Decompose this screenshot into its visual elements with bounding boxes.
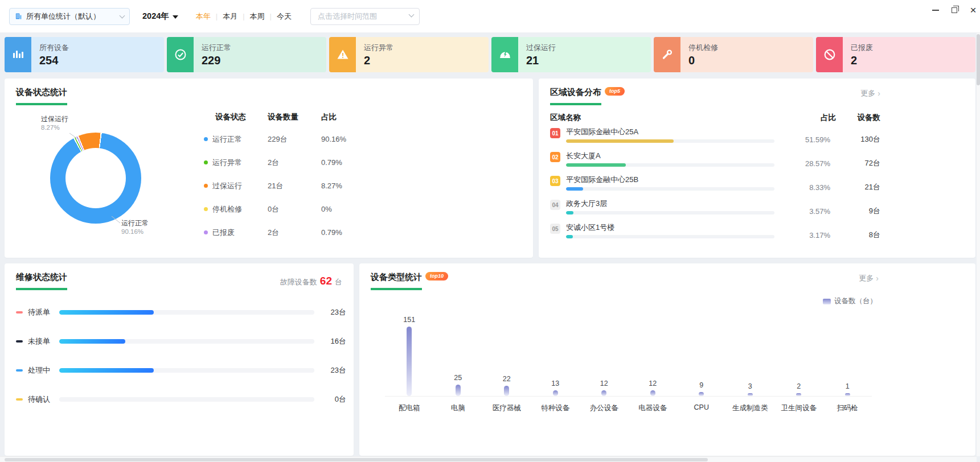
stat-card-6: 已报废2 (816, 37, 975, 72)
repair-list: 待派单23台未接单16台处理中23台待确认0台 (16, 298, 346, 414)
bar-track (566, 235, 774, 238)
date-range-input[interactable] (310, 8, 420, 25)
bar (553, 390, 558, 397)
rank-badge: 04 (550, 200, 560, 210)
status-count: 0台 (268, 204, 321, 214)
status-percent: 0% (321, 205, 369, 213)
stat-card-label: 运行异常 (364, 43, 393, 53)
stat-card-value: 254 (39, 54, 69, 67)
bar-value-label: 151 (403, 316, 415, 324)
status-dot (204, 207, 208, 211)
close-button[interactable]: × (968, 5, 978, 15)
horizontal-scrollbar-thumb[interactable] (5, 458, 708, 461)
repair-status-label: 未接单 (28, 336, 59, 346)
type-bar-group: 1 (823, 382, 872, 396)
device-status-table-body: 运行正常229台90.16%运行异常2台0.79%过保运行21台8.27%停机检… (204, 127, 369, 244)
region-table-headers: 区域名称 占比 设备数 (539, 105, 975, 123)
bar-category-label: 特种设备 (531, 397, 580, 413)
minimize-icon (932, 10, 939, 11)
bar-value-label: 2 (797, 382, 801, 390)
bar-track (566, 187, 774, 191)
chevron-down-icon (120, 13, 125, 18)
repair-status-panel: 维修状态统计 故障设备数 62 台 待派单23台未接单16台处理中23台待确认0… (5, 263, 354, 456)
ban-icon (816, 37, 843, 72)
stat-card-label: 运行正常 (202, 43, 231, 53)
bar-category-label: 扫码枪 (823, 397, 872, 413)
device-status-chart: 过保运行 8.27% 运行正常 90.16% (22, 108, 204, 250)
time-tab-2[interactable]: 本月 (218, 11, 243, 22)
status-percent: 0.79% (321, 158, 369, 167)
type-bar-group: 12 (629, 380, 678, 396)
bar-track (566, 163, 774, 167)
stat-card-2: 运行正常229 (167, 37, 326, 72)
device-status-panel: 设备状态统计 过保运行 8.27% 运行正常 90.16% 设备状态 设备数量 … (5, 79, 533, 258)
bar-value-label: 12 (649, 380, 657, 387)
type-bars-row: 15125221312129321 (385, 311, 872, 397)
bar-category-label: 电脑 (434, 397, 483, 413)
chevron-right-icon: › (878, 89, 880, 98)
bar-track (566, 139, 774, 143)
stat-card-value: 21 (526, 54, 556, 67)
status-table-row: 停机检修0台0% (204, 197, 369, 221)
repair-count: 23台 (323, 365, 346, 376)
maximize-button[interactable] (949, 5, 960, 15)
rank-badge: 05 (550, 224, 560, 234)
type-more-link[interactable]: 更多 › (859, 273, 879, 283)
repair-status-label: 处理中 (28, 365, 59, 376)
rank-badge: 02 (550, 152, 560, 162)
bar (407, 327, 412, 396)
status-table-row: 运行正常229台90.16% (204, 127, 369, 151)
panel-title: 区域设备分布 (550, 87, 601, 105)
restore-icon (952, 7, 957, 13)
repair-count: 16台 (323, 336, 346, 346)
legend-dash-icon (16, 340, 23, 343)
status-label: 停机检修 (212, 204, 242, 214)
repair-row: 未接单16台 (16, 327, 346, 356)
region-row: 01平安国际金融中心25A51.59%130台 (539, 127, 975, 151)
bar (796, 393, 801, 396)
status-count: 21台 (268, 181, 321, 191)
time-tab-4[interactable]: 今天 (272, 11, 297, 22)
vertical-scrollbar[interactable] (977, 33, 980, 456)
region-distribution-panel: 区域设备分布 top5 更多 › 区域名称 占比 设备数 01平安国际金融中心2… (539, 79, 975, 258)
time-tab-3[interactable]: 本周 (245, 11, 270, 22)
status-table-row: 运行异常2台0.79% (204, 151, 369, 174)
stat-card-label: 过保运行 (526, 43, 556, 53)
region-name: 长安大厦A (566, 151, 774, 160)
legend-swatch-icon (823, 299, 831, 304)
minimize-button[interactable] (930, 5, 941, 15)
bar-fill (566, 139, 674, 143)
bar-value-label: 1 (846, 382, 850, 390)
wrench-icon (654, 37, 680, 72)
legend-dash-icon (16, 369, 23, 372)
type-bar-group: 3 (726, 382, 775, 396)
topbar: 所有单位统计（默认） 2024年 本年|本月|本周|今天 × (0, 0, 980, 33)
unit-selector[interactable]: 所有单位统计（默认） (9, 8, 130, 25)
region-name: 平安国际金融中心25A (566, 127, 774, 136)
stat-card-value: 229 (202, 54, 231, 67)
region-list: 01平安国际金融中心25A51.59%130台02长安大厦A28.57%72台0… (539, 127, 975, 247)
device-status-donut (50, 133, 141, 224)
type-bar-group: 13 (531, 380, 580, 397)
bar-fill (566, 211, 573, 214)
bar-value-label: 3 (748, 382, 752, 390)
bar-value-label: 22 (503, 375, 511, 383)
horizontal-scrollbar[interactable] (0, 456, 977, 462)
bar (748, 393, 753, 396)
status-dot (204, 160, 208, 164)
date-range-picker[interactable] (310, 8, 420, 25)
time-tab-1[interactable]: 本年 (191, 11, 216, 22)
top5-badge: top5 (605, 87, 625, 96)
region-percent: 28.57% (780, 159, 830, 168)
region-count: 8台 (836, 230, 880, 240)
year-selector[interactable]: 2024年 (142, 11, 178, 22)
repair-status-label: 待确认 (28, 394, 59, 405)
repair-row: 待派单23台 (16, 298, 346, 327)
vertical-scrollbar-thumb[interactable] (977, 34, 980, 85)
region-percent: 3.57% (780, 207, 830, 216)
panel-title: 设备类型统计 (371, 272, 422, 290)
status-count: 2台 (268, 158, 321, 168)
bar-track (59, 310, 314, 315)
region-more-link[interactable]: 更多 › (860, 88, 880, 98)
building-icon (15, 13, 22, 20)
